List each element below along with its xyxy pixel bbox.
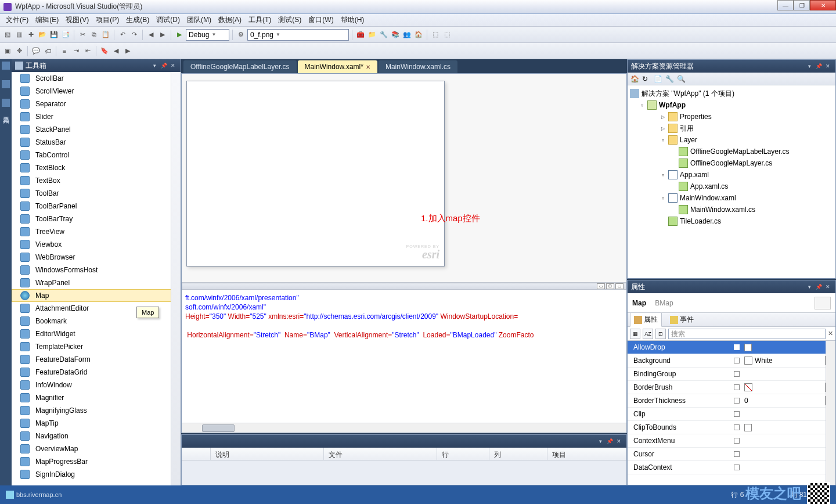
toolbox-item[interactable]: WebBrowser [12,251,181,264]
tab-toolbox[interactable]: 工具箱 [0,108,12,116]
xaml-editor[interactable]: ft.com/winfx/2006/xaml/presentation" sof… [182,290,626,423]
toolbox-item[interactable]: Separator [12,98,181,110]
menu-test[interactable]: 测试(S) [275,14,305,26]
toolbox-icon[interactable]: 🧰 [355,30,366,40]
toolbox-pin-icon[interactable]: 📌 [160,62,168,70]
toolbox-item[interactable]: ScrollBar [12,72,181,85]
property-row[interactable]: BorderBrush▼ [628,381,835,394]
design-canvas[interactable]: POWERED BY esri [186,81,445,267]
bookmark-next-icon[interactable]: ▶ [122,46,133,56]
toolbox-item[interactable]: OverviewMap [12,442,181,455]
property-value[interactable]: 0▼ [742,396,835,405]
toolbox-item[interactable]: TreeView [12,225,181,238]
toolbox-close-icon[interactable]: ✕ [169,62,177,70]
soln-close-icon[interactable]: ✕ [824,62,832,70]
toolbox-item[interactable]: InfoWindow [12,379,181,391]
solution-explorer-icon[interactable]: 📁 [367,30,377,40]
props-pin-icon[interactable]: 📌 [815,283,823,291]
soln-properties-icon[interactable]: 🔧 [665,74,674,84]
bookmark-prev-icon[interactable]: ◀ [111,46,121,56]
tree-node[interactable]: ▷Properties [628,111,835,123]
toolbox-dropdown-icon[interactable]: ▾ [150,62,158,70]
properties-icon[interactable]: ⚙ [236,30,246,40]
toolbox-item[interactable]: ToolBarTray [12,213,181,225]
toolbox-item[interactable]: FeatureDataGrid [12,366,181,379]
uncomment-icon[interactable]: 🏷 [42,46,53,56]
menu-edit[interactable]: 编辑(E) [32,14,62,26]
toolbox-item[interactable]: TemplatePicker [12,340,181,353]
col-column[interactable]: 列 [489,448,547,460]
property-row[interactable]: BindingGroup [628,368,835,381]
object-browser-icon[interactable]: 📚 [390,30,401,40]
errlist-pin-icon[interactable]: 📌 [606,437,614,445]
property-marker-icon[interactable] [734,398,740,404]
toolbox-item[interactable]: MagnifyingGlass [12,404,181,417]
property-marker-icon[interactable] [734,371,740,377]
tree-node[interactable]: ▿MainWindow.xaml [628,192,835,204]
toolbox-item[interactable]: ToolBar [12,187,181,200]
indent-increase-icon[interactable]: ⇥ [71,46,81,56]
select-icon[interactable]: ▣ [2,46,13,56]
property-row[interactable]: ContextMenu [628,434,835,448]
property-row[interactable]: Cursor [628,448,835,461]
props-scrollbar[interactable] [826,341,835,485]
toolbox-item[interactable]: Magnifier [12,391,181,404]
col-file[interactable]: 文件 [324,448,437,460]
toolbox-item[interactable]: SignInDialog [12,468,181,481]
property-row[interactable]: Clip [628,408,835,421]
undo-icon[interactable]: ↶ [117,30,128,40]
property-marker-icon[interactable] [734,411,740,417]
tree-node[interactable]: ▷引用 [628,123,835,134]
redo-icon[interactable]: ↷ [129,30,139,40]
team-explorer-icon[interactable]: 👥 [402,30,412,40]
h-scrollbar[interactable] [182,423,626,433]
property-marker-icon[interactable] [734,424,740,430]
doc-outline-icon[interactable] [2,62,10,70]
props-close-icon[interactable]: ✕ [824,283,832,291]
split-both-icon[interactable]: ⊟ [606,283,614,289]
props-dropdown-icon[interactable]: ▾ [805,283,813,291]
toolbox-item[interactable]: Map [12,289,181,302]
solution-root[interactable]: 解决方案 "WpfApp" (1 个项目) [628,88,835,99]
nav-forward-icon[interactable]: ▶ [157,30,168,40]
toolbox-item[interactable]: MapTip [12,417,181,430]
property-row[interactable]: BorderThickness0▼ [628,394,835,408]
solution-tree[interactable]: 解决方案 "WpfApp" (1 个项目) ▿ WpfApp ▷Properti… [628,85,835,278]
save-all-icon[interactable]: 📑 [60,30,71,40]
toolbox-item[interactable]: WrapPanel [12,276,181,289]
comment-icon[interactable]: 💬 [31,46,41,56]
props-window-icon[interactable]: 🔧 [379,30,389,40]
property-marker-icon[interactable] [734,358,740,363]
doc-tab-2[interactable]: MainWindow.xaml*✕ [298,60,377,73]
errlist-dropdown-icon[interactable]: ▾ [596,437,604,445]
cut-icon[interactable]: ✂ [77,30,88,40]
add-icon[interactable]: ✚ [26,30,36,40]
search-clear-icon[interactable]: ✕ [828,330,833,337]
start-page-icon[interactable]: 🏠 [413,30,424,40]
copy-icon[interactable]: ⧉ [89,30,99,40]
new-project-icon[interactable]: ▧ [2,30,13,40]
maximize-button[interactable]: ❐ [794,0,810,10]
property-marker-icon[interactable] [734,384,740,390]
bookmark-icon[interactable]: 🔖 [99,46,110,56]
toolbox-tab-icon[interactable] [2,99,10,107]
menu-file[interactable]: 文件(F) [2,14,32,26]
doc-tab-1[interactable]: OfflineGoogleMapLabelLayer.cs [183,60,297,73]
toolbox-item[interactable]: ToolBarPanel [12,200,181,213]
menu-help[interactable]: 帮助(H) [337,14,368,26]
property-marker-icon[interactable] [734,344,740,350]
toolbox-item[interactable]: FeatureDataForm [12,353,181,366]
indent-decrease-icon[interactable]: ⇤ [82,46,93,56]
start-debug-icon[interactable]: ▶ [174,30,185,40]
col-blank[interactable] [182,448,211,460]
tree-node[interactable]: App.xaml.cs [628,181,835,192]
move-icon[interactable]: ✥ [14,46,24,56]
soln-dropdown-icon[interactable]: ▾ [805,62,813,70]
toolbox-list[interactable]: ScrollBarScrollViewerSeparatorSliderStac… [12,72,181,485]
soln-pin-icon[interactable]: 📌 [815,62,823,70]
extension-icon[interactable]: ⬚ [430,30,441,40]
toolbox-item[interactable]: Navigation [12,430,181,442]
soln-search-icon[interactable]: 🔍 [676,74,686,84]
col-line[interactable]: 行 [437,448,489,460]
toolbox-item[interactable]: TextBlock [12,161,181,174]
